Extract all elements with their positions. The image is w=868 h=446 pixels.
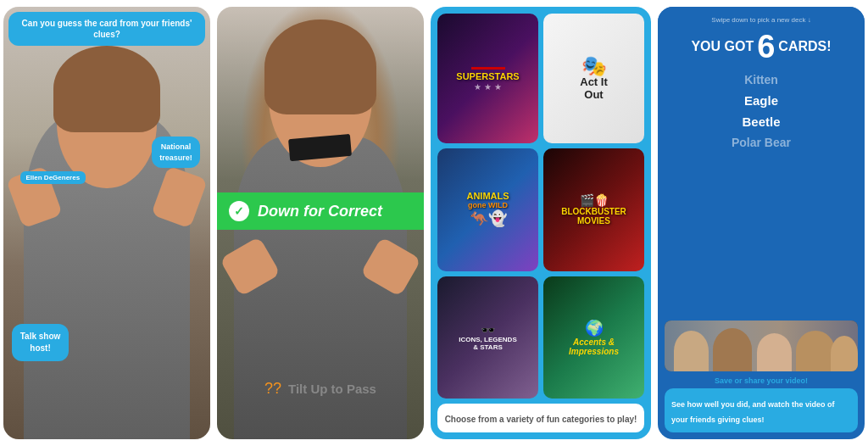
kitten-text: Kitten	[744, 73, 778, 86]
correct-bar: Down for Correct	[217, 192, 424, 230]
score-kitten: Kitten	[665, 70, 858, 90]
bottom-info-text: See how well you did, and watch the vide…	[671, 400, 835, 424]
talk-text: Talk showhost!	[20, 332, 61, 353]
footer-text: Choose from a variety of fun categories …	[445, 415, 637, 424]
correct-text: Down for Correct	[258, 203, 382, 220]
you-got-bar: YOU GOT 6 CARDS!	[658, 27, 865, 70]
video-thumbnail[interactable]: Octopus	[665, 321, 858, 371]
score-number: 6	[757, 31, 775, 63]
beetle-text: Beetle	[742, 114, 780, 129]
pass-text: Tilt Up to Pass	[288, 382, 376, 396]
panel-2-tilt: Down for Correct ?? Tilt Up to Pass	[217, 7, 424, 439]
card-forehead-text: Ellen DeGeneres	[26, 174, 81, 181]
score-eagle: Eagle	[665, 90, 858, 111]
photo-bg-1: Ellen DeGeneres	[3, 7, 210, 439]
card-superstars[interactable]: SUPERSTARS ★ ★ ★	[437, 14, 538, 143]
score-beetle: Beetle	[665, 111, 858, 132]
question-text: Can you guess the card from your friends…	[22, 19, 192, 39]
card-icons-legends[interactable]: 🕶️ ICONS, LEGENDS& STARS	[437, 276, 538, 399]
icons-title: ICONS, LEGENDS& STARS	[459, 337, 516, 352]
eagle-text: Eagle	[744, 93, 778, 108]
superstars-title: SUPERSTARS	[456, 71, 519, 81]
you-got-label: YOU GOT	[691, 39, 754, 54]
animals-subtitle: gone WILD	[468, 201, 508, 209]
pass-icon: ??	[264, 380, 281, 398]
cards-exclaim: CARDS!	[778, 39, 831, 54]
cards-grid: SUPERSTARS ★ ★ ★ 🎭 Act ItOut ANIMALS gon…	[437, 14, 644, 399]
card-blockbuster[interactable]: 🎬🍿 BLOCKBUSTERMOVIES	[543, 148, 644, 271]
card-accents[interactable]: 🌍 Accents &Impressions	[543, 276, 644, 399]
panel-3-categories: SUPERSTARS ★ ★ ★ 🎭 Act ItOut ANIMALS gon…	[431, 7, 651, 439]
act-it-out-title: Act ItOut	[580, 76, 608, 101]
swipe-hint-area: Swipe down to pick a new deck ↓	[658, 7, 865, 27]
panel-3-footer: Choose from a variety of fun categories …	[437, 404, 644, 432]
swipe-hint: Swipe down to pick a new deck ↓	[711, 16, 810, 24]
blockbuster-title: BLOCKBUSTERMOVIES	[561, 207, 626, 226]
card-act-it-out[interactable]: 🎭 Act ItOut	[543, 14, 644, 143]
bottom-info-box: See how well you did, and watch the vide…	[665, 388, 858, 432]
card-animals[interactable]: ANIMALS gone WILD 🦘👻	[437, 148, 538, 271]
talk-bubble: Talk showhost!	[12, 324, 70, 361]
card-forehead: Ellen DeGeneres	[20, 171, 86, 184]
video-inner: Octopus	[665, 321, 858, 371]
save-share-label: Save or share your video!	[715, 376, 808, 385]
question-bubble: Can you guess the card from your friends…	[8, 12, 205, 46]
checkmark-icon	[229, 201, 249, 221]
national-text: Nationaltreasure!	[159, 142, 192, 162]
panel-1-friends-clues: Ellen DeGeneres Can you guess the card f…	[3, 7, 210, 439]
pass-bar: ?? Tilt Up to Pass	[217, 373, 424, 404]
animals-title: ANIMALS	[466, 191, 509, 201]
polar-bear-text: Polar Bear	[732, 136, 791, 149]
panel-4-results: Swipe down to pick a new deck ↓ YOU GOT …	[658, 7, 865, 439]
score-polar-bear: Polar Bear	[665, 132, 858, 153]
accents-title: Accents &Impressions	[569, 337, 619, 356]
score-list: Kitten Eagle Beetle Polar Bear	[658, 70, 865, 317]
national-bubble: Nationaltreasure!	[152, 137, 200, 168]
save-share-text: Save or share your video!	[658, 375, 865, 388]
